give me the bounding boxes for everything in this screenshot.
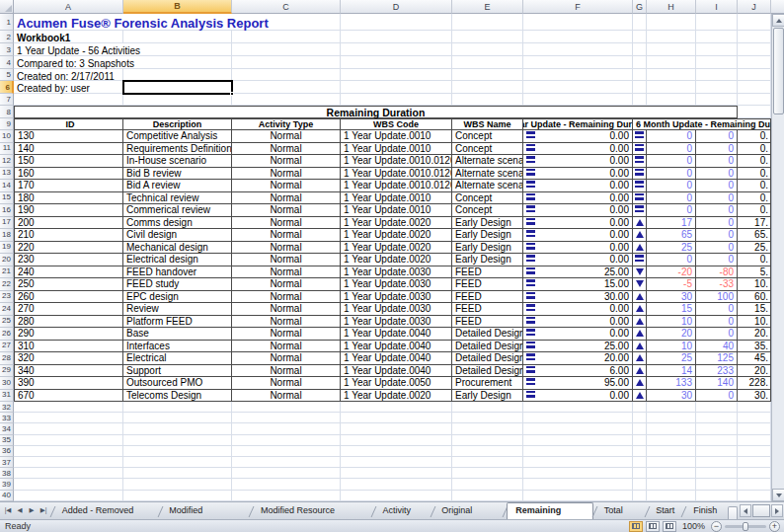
cell-id[interactable]: 270 <box>14 303 123 316</box>
cell-wbs-name[interactable]: Early Design <box>452 242 523 255</box>
cell-id[interactable]: 390 <box>14 377 123 390</box>
column-header-C[interactable]: C <box>232 0 341 14</box>
grid-cell[interactable] <box>647 468 696 479</box>
cell-wbs-name[interactable]: Detailed Design <box>452 328 523 341</box>
scroll-right-button[interactable] <box>771 504 783 517</box>
vertical-scroll-thumb[interactable] <box>773 28 784 114</box>
grid-cell[interactable] <box>341 14 452 31</box>
cell-id[interactable]: 130 <box>14 130 123 143</box>
grid-cell[interactable] <box>123 402 232 413</box>
grid-cell[interactable] <box>14 491 123 501</box>
cell-activity-type[interactable]: Normal <box>232 130 341 143</box>
grid-cell[interactable] <box>452 81 523 94</box>
grid-cell[interactable] <box>123 413 232 423</box>
cell-activity-type[interactable]: Normal <box>232 303 341 316</box>
grid-cell[interactable] <box>738 446 771 457</box>
row-header-35[interactable]: 35 <box>0 435 14 446</box>
grid-cell[interactable] <box>123 479 232 490</box>
sheet-tab-modified-relationships[interactable]: Modified Relationships <box>161 503 250 519</box>
cell-six-month-pct[interactable]: -33 <box>696 278 738 291</box>
grid-cell[interactable] <box>452 402 523 413</box>
row-header-33[interactable]: 33 <box>0 413 14 423</box>
row-header-8[interactable]: 8 <box>0 106 14 118</box>
grid-cell[interactable] <box>232 423 341 434</box>
row-header-7[interactable]: 7 <box>0 94 14 106</box>
grid-cell[interactable] <box>647 435 696 446</box>
select-all-corner[interactable] <box>0 0 14 14</box>
cell-activity-type[interactable]: Normal <box>232 365 341 378</box>
cell-six-month-pct[interactable]: 0 <box>696 130 738 143</box>
cell-six-month-value[interactable]: 0. <box>738 180 771 192</box>
grid-cell[interactable] <box>452 491 523 501</box>
cell-six-month-pct[interactable]: 125 <box>696 352 738 365</box>
zoom-slider[interactable] <box>725 525 766 528</box>
cell-activity-type[interactable]: Normal <box>232 204 341 217</box>
grid-cell[interactable] <box>633 81 647 94</box>
cell-activity-type[interactable]: Normal <box>232 266 341 279</box>
cell-year-remaining[interactable]: 6.00 <box>523 365 633 378</box>
cell-id[interactable]: 260 <box>14 291 123 304</box>
cell-six-month-pct[interactable]: 0 <box>696 328 738 341</box>
column-header-J[interactable]: J <box>738 0 771 14</box>
cell-wbs-code[interactable]: 1 Year Update.0030 <box>341 316 452 329</box>
next-sheet-button[interactable]: ▶ <box>27 504 37 516</box>
cell-activity-type[interactable]: Normal <box>232 254 341 266</box>
grid-cell[interactable] <box>123 31 232 43</box>
row-header-11[interactable]: 11 <box>0 143 14 156</box>
grid-cell[interactable] <box>341 81 452 94</box>
cell-six-month-pct[interactable]: 40 <box>696 341 738 353</box>
grid-cell[interactable] <box>738 81 771 94</box>
cell-six-month-value[interactable]: 45. <box>738 352 771 365</box>
cell-description[interactable]: Review <box>123 303 232 316</box>
cell-six-month-trend[interactable] <box>633 204 647 217</box>
cell-six-month-pct[interactable]: 0 <box>696 192 738 205</box>
cell-six-month-pct[interactable]: 0 <box>696 204 738 217</box>
grid-cell[interactable] <box>647 446 696 457</box>
first-sheet-button[interactable]: |◀ <box>3 504 13 516</box>
grid-cell[interactable] <box>123 457 232 468</box>
grid-cell[interactable] <box>633 468 647 479</box>
cell-year-remaining[interactable]: 30.00 <box>523 291 633 304</box>
grid-cell[interactable] <box>523 43 633 56</box>
grid-cell[interactable] <box>738 479 771 490</box>
cell-six-month-delta[interactable]: 0 <box>647 204 696 217</box>
cell-six-month-delta[interactable]: -20 <box>647 266 696 279</box>
cell-year-remaining[interactable]: 95.00 <box>523 377 633 390</box>
cell-wbs-code[interactable]: 1 Year Update.0020 <box>341 217 452 230</box>
cell-wbs-code[interactable]: 1 Year Update.0020 <box>341 254 452 266</box>
cell-six-month-delta[interactable]: 0 <box>647 155 696 168</box>
grid-cell[interactable] <box>452 413 523 423</box>
cell-wbs-code[interactable]: 1 Year Update.0010.0120 <box>341 168 452 181</box>
sheet-tab-modified-resource-assignments[interactable]: Modified Resource Assignments <box>253 503 372 519</box>
cell-six-month-value[interactable]: 20. <box>738 328 771 341</box>
grid-cell[interactable] <box>696 468 738 479</box>
cell-six-month-trend[interactable] <box>633 130 647 143</box>
cell-description[interactable]: Bid A review <box>123 180 232 192</box>
header-six-month-update[interactable]: 6 Month Update - Remaining Duration <box>633 118 771 130</box>
cell-wbs-code[interactable]: 1 Year Update.0040 <box>341 365 452 378</box>
grid-cell[interactable] <box>523 94 633 106</box>
cell-six-month-delta[interactable]: 10 <box>647 316 696 329</box>
cell-activity-type[interactable]: Normal <box>232 180 341 192</box>
cell-activity-type[interactable]: Normal <box>232 168 341 181</box>
row-header-22[interactable]: 22 <box>0 278 14 291</box>
grid-cell[interactable] <box>14 413 123 423</box>
cell-six-month-trend[interactable] <box>633 328 647 341</box>
cell-six-month-trend[interactable] <box>633 365 647 378</box>
cell-id[interactable]: 180 <box>14 192 123 205</box>
grid-cell[interactable] <box>341 56 452 69</box>
grid-cell[interactable] <box>523 457 633 468</box>
grid-cell[interactable] <box>452 43 523 56</box>
cell-description[interactable]: Commerical review <box>123 204 232 217</box>
cell-wbs-code[interactable]: 1 Year Update.0020 <box>341 390 452 403</box>
cell-wbs-code[interactable]: 1 Year Update.0010.0120 <box>341 155 452 168</box>
row-header-1[interactable]: 1 <box>0 14 14 31</box>
cell-activity-type[interactable]: Normal <box>232 242 341 255</box>
grid-cell[interactable] <box>123 491 232 501</box>
grid-cell[interactable] <box>232 468 341 479</box>
cell-six-month-pct[interactable]: 0 <box>696 217 738 230</box>
cell-activity-type[interactable]: Normal <box>232 143 341 156</box>
header-id[interactable]: ID <box>14 118 123 130</box>
cell-year-remaining[interactable]: 0.00 <box>523 155 633 168</box>
cell-wbs-code[interactable]: 1 Year Update.0040 <box>341 328 452 341</box>
